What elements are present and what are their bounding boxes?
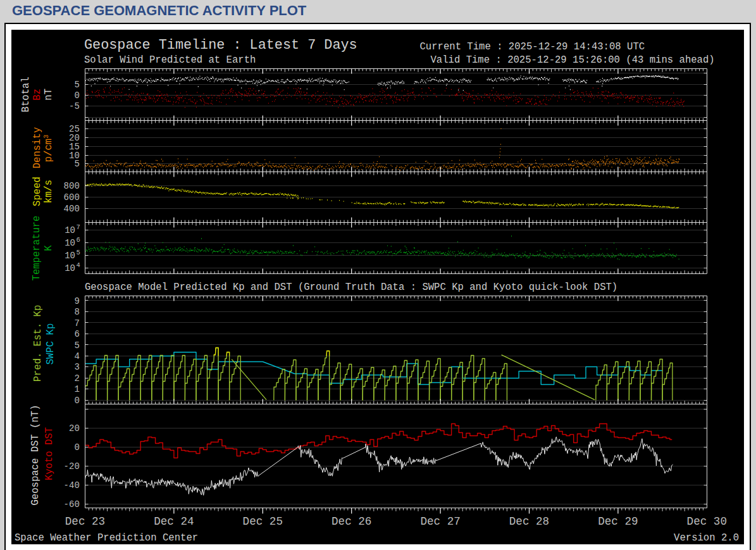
svg-text:-40: -40 [64, 480, 80, 491]
svg-text:Geospace Timeline : Latest 7 D: Geospace Timeline : Latest 7 Days [84, 37, 357, 53]
svg-text:Dec 24: Dec 24 [154, 515, 194, 528]
svg-text:Dec 25: Dec 25 [243, 515, 283, 528]
svg-text:Density: Density [32, 127, 43, 169]
svg-text:20: 20 [69, 423, 80, 434]
svg-text:7: 7 [77, 223, 80, 231]
svg-text:5: 5 [74, 80, 79, 90]
svg-text:5: 5 [74, 159, 79, 169]
svg-text:0: 0 [74, 396, 79, 406]
svg-text:K: K [43, 245, 54, 251]
svg-text:Dec 23: Dec 23 [65, 515, 105, 528]
svg-text:5: 5 [77, 249, 80, 256]
svg-text:4: 4 [77, 261, 80, 269]
svg-text:5: 5 [74, 341, 79, 351]
svg-text:SWPC Kp: SWPC Kp [45, 323, 56, 365]
svg-text:-60: -60 [64, 499, 80, 509]
svg-text:2: 2 [74, 373, 79, 384]
svg-text:4: 4 [74, 351, 79, 361]
svg-text:7: 7 [74, 318, 79, 328]
svg-text:Pred. Est. Kp: Pred. Est. Kp [32, 305, 44, 382]
svg-text:10: 10 [65, 251, 75, 261]
svg-text:km/s: km/s [43, 180, 54, 203]
svg-text:p/cm3: p/cm3 [43, 135, 54, 162]
svg-text:Speed: Speed [32, 177, 43, 206]
svg-text:Current Time : 2025-12-29 14:4: Current Time : 2025-12-29 14:43:08 UTC [420, 41, 645, 53]
svg-text:3: 3 [74, 362, 79, 372]
svg-text:800: 800 [64, 181, 80, 191]
svg-text:400: 400 [64, 204, 80, 214]
svg-text:Dec 26: Dec 26 [332, 515, 371, 528]
svg-text:6: 6 [77, 236, 80, 244]
svg-text:Dec 27: Dec 27 [420, 515, 460, 528]
svg-text:Geospace DST (nT): Geospace DST (nT) [30, 404, 41, 505]
svg-text:Bz: Bz [32, 89, 43, 101]
svg-text:1: 1 [74, 384, 79, 394]
svg-text:nT: nT [43, 89, 54, 101]
svg-text:Temperature: Temperature [31, 216, 42, 281]
svg-text:10: 10 [65, 263, 75, 273]
svg-text:Space Weather Prediction Cente: Space Weather Prediction Center [15, 532, 198, 544]
svg-text:9: 9 [74, 296, 79, 306]
svg-text:10: 10 [65, 238, 75, 248]
svg-text:Solar Wind Predicted at Earth: Solar Wind Predicted at Earth [84, 54, 256, 66]
svg-text:-20: -20 [64, 461, 80, 472]
svg-text:Valid Time : 2025-12-29 15:26:: Valid Time : 2025-12-29 15:26:00 (43 min… [431, 54, 715, 66]
svg-text:Dec 28: Dec 28 [509, 515, 549, 528]
svg-text:8: 8 [74, 307, 79, 317]
svg-text:Btotal: Btotal [20, 77, 32, 112]
svg-text:Version 2.0: Version 2.0 [674, 532, 739, 544]
svg-text:-5: -5 [69, 101, 80, 111]
svg-text:10: 10 [65, 225, 75, 235]
svg-text:0: 0 [74, 442, 79, 453]
svg-text:6: 6 [74, 329, 79, 339]
svg-text:Dec 29: Dec 29 [598, 515, 638, 528]
svg-text:Kyoto DST: Kyoto DST [44, 427, 55, 480]
svg-text:Dec 30: Dec 30 [687, 515, 727, 528]
svg-text:0: 0 [74, 91, 79, 101]
svg-text:Geospace Model Predicted Kp an: Geospace Model Predicted Kp and DST (Gro… [85, 282, 617, 293]
svg-text:600: 600 [64, 192, 80, 203]
